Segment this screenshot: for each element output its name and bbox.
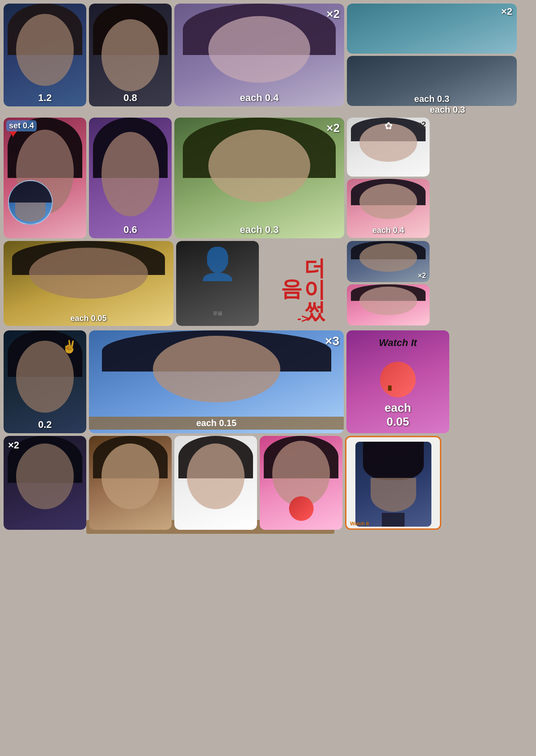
row-3: each 0.05 👤 草稼 더이썼음 -> ×2 <box>0 238 536 328</box>
watch-it-small-card: Watch It <box>345 436 441 530</box>
card-r1c2: 0.8 <box>89 4 172 106</box>
card-r3c12: each 0.05 <box>4 241 173 326</box>
card-r5c3 <box>174 436 257 530</box>
multiplier-r4c234: ×3 <box>325 334 339 348</box>
card-r5c2 <box>89 436 172 530</box>
flower-decoration: ✿ <box>384 120 393 132</box>
card-stack-r3-right: ×2 <box>347 241 430 328</box>
card-stack-r2c56: ✿ ×2 each 0.4 <box>347 118 430 238</box>
price-bar-r4c234: each 0.15 <box>89 417 344 430</box>
card-r2c1: ♥ set 0.4 <box>4 118 86 238</box>
card-r2c6: each 0.4 <box>347 179 430 238</box>
card-r2c34: ×2 each 0.3 <box>174 118 344 238</box>
price-label-r1c2: 0.8 <box>89 92 172 104</box>
arrow-text: -> <box>297 312 309 326</box>
price-label-r1c34: each 0.4 <box>174 92 344 104</box>
row-5: ×2 Watch It <box>0 433 536 533</box>
price-label-r3c12: each 0.05 <box>4 314 173 323</box>
price-each03: each 0.3 <box>363 105 532 115</box>
row-4: ✌ 0.2 ×3 each 0.15 Watch It each0.05 <box>0 328 536 433</box>
row-2: ♥ set 0.4 0.6 ×2 each 0.3 ✿ ×2 <box>0 115 536 238</box>
circle-sticker <box>8 180 53 225</box>
multiplier-r5c1: ×2 <box>8 439 19 451</box>
watch-it-card: Watch It each0.05 <box>346 330 449 433</box>
card-r2c5: ✿ ×2 <box>347 118 430 177</box>
watch-it-price: each0.05 <box>346 401 449 429</box>
price-label-r2c34: each 0.3 <box>174 224 344 236</box>
price-label-r2c6: each 0.4 <box>347 226 430 235</box>
row-1: 1.2 0.8 ×2 each 0.4 ×2 each 0.3 <box>0 0 536 106</box>
price-label-r1c56: each 0.3 <box>347 94 517 106</box>
price-label-r2c1: set 0.4 <box>6 120 37 131</box>
card-r1c5: ×2 <box>347 4 517 54</box>
card-r3c6 <box>347 284 430 325</box>
price-label-r4c1: 0.2 <box>4 419 86 431</box>
card-r1c1: 1.2 <box>4 4 86 106</box>
card-stack-r1c56: ×2 each 0.3 <box>347 4 517 106</box>
card-r1c6: each 0.3 <box>347 56 517 106</box>
card-r4c1: ✌ 0.2 <box>4 330 86 433</box>
price-label-r1c1: 1.2 <box>4 92 86 104</box>
card-r3c5: ×2 <box>347 241 430 282</box>
card-r5c1: ×2 <box>4 436 86 530</box>
price-label-r2c2: 0.6 <box>89 224 172 236</box>
multiplier-r1c34: ×2 <box>326 7 340 21</box>
card-r2c2: 0.6 <box>89 118 172 238</box>
multiplier-r2c5: ×2 <box>417 120 426 130</box>
multiplier-r2c34: ×2 <box>326 121 340 135</box>
card-r4c234: ×3 each 0.15 <box>89 330 344 433</box>
korean-text: 더이썼음 <box>279 241 327 308</box>
watch-it-title: Watch It <box>379 337 417 349</box>
card-r3-mid: 👤 草稼 <box>176 241 259 326</box>
korean-text-area: 더이썼음 -> <box>262 241 344 326</box>
card-r1c34: ×2 each 0.4 <box>174 4 344 106</box>
card-r5c4 <box>260 436 342 530</box>
